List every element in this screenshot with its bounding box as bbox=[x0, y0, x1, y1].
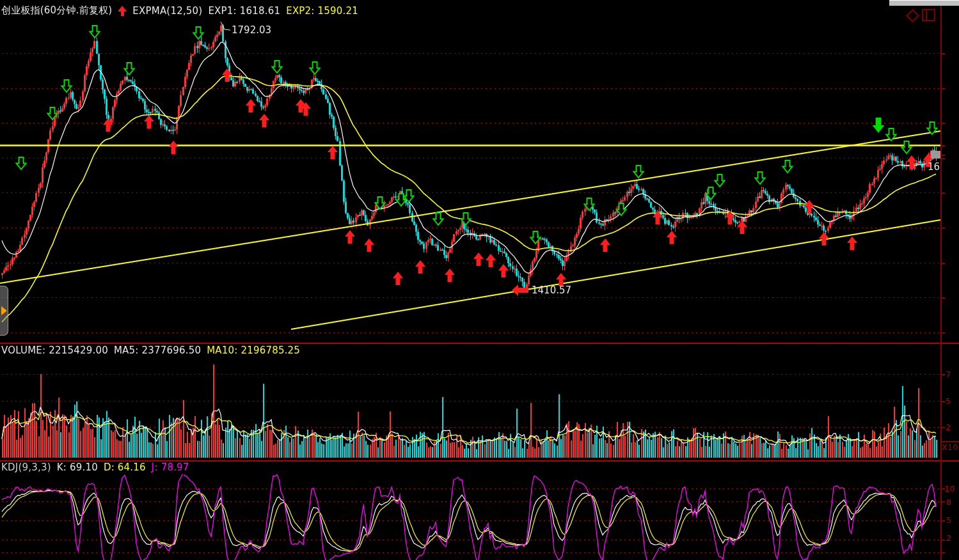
trading-terminal: 创业板指(60分钟.前复权) EXPMA(12,50) EXP1: 1618.6… bbox=[0, 0, 959, 560]
trough-price-annotation: 1410.57 bbox=[532, 284, 571, 296]
kdj-j-value: J: 78.97 bbox=[152, 462, 189, 473]
kdj-name[interactable]: KDJ(9,3,3) bbox=[1, 462, 51, 473]
volume-header: VOLUME: 2215429.00 MA5: 2377696.50 MA10:… bbox=[1, 345, 300, 356]
volume-value: VOLUME: 2215429.00 bbox=[1, 345, 108, 356]
exp1-value: EXP1: 1618.61 bbox=[208, 5, 280, 17]
volume-ma10-value: MA10: 2196785.25 bbox=[207, 345, 300, 356]
kdj-d-value: D: 64.16 bbox=[104, 462, 146, 473]
kdj-k-value: K: 69.10 bbox=[57, 462, 98, 473]
kdj-axis-label-50: 5 bbox=[946, 515, 951, 525]
exp2-value: EXP2: 1590.21 bbox=[286, 5, 358, 17]
volume-ma5-value: MA5: 2377696.50 bbox=[114, 345, 201, 356]
kdj-axis-label-20: 2 bbox=[946, 533, 951, 543]
last-price-label-partial: 16 bbox=[928, 161, 940, 173]
split-window-icon[interactable] bbox=[922, 9, 935, 21]
kdj-axis-label-80: 8 bbox=[946, 497, 951, 507]
volume-unit-label: X10 bbox=[942, 442, 958, 452]
red-up-arrow-icon bbox=[118, 6, 127, 16]
price-volume-kdj-chart[interactable] bbox=[0, 0, 959, 560]
last-price-marker bbox=[931, 151, 940, 159]
top-scrollbar-strip[interactable] bbox=[889, 0, 959, 6]
kdj-axis-label-100: 10 bbox=[944, 484, 955, 494]
peak-price-annotation: 1792.03 bbox=[232, 24, 271, 36]
symbol-title[interactable]: 创业板指(60分钟.前复权) bbox=[1, 4, 112, 17]
sidebar-expander-handle[interactable] bbox=[0, 286, 8, 336]
main-chart-header: 创业板指(60分钟.前复权) EXPMA(12,50) EXP1: 1618.6… bbox=[1, 4, 358, 17]
volume-axis-label-25: 2 bbox=[946, 423, 951, 432]
volume-axis-label-75: 7 bbox=[946, 369, 951, 379]
indicator-name[interactable]: EXPMA(12,50) bbox=[132, 5, 202, 17]
kdj-header: KDJ(9,3,3) K: 69.10 D: 64.16 J: 78.97 bbox=[1, 462, 189, 473]
volume-axis-label-50: 5 bbox=[946, 396, 951, 406]
